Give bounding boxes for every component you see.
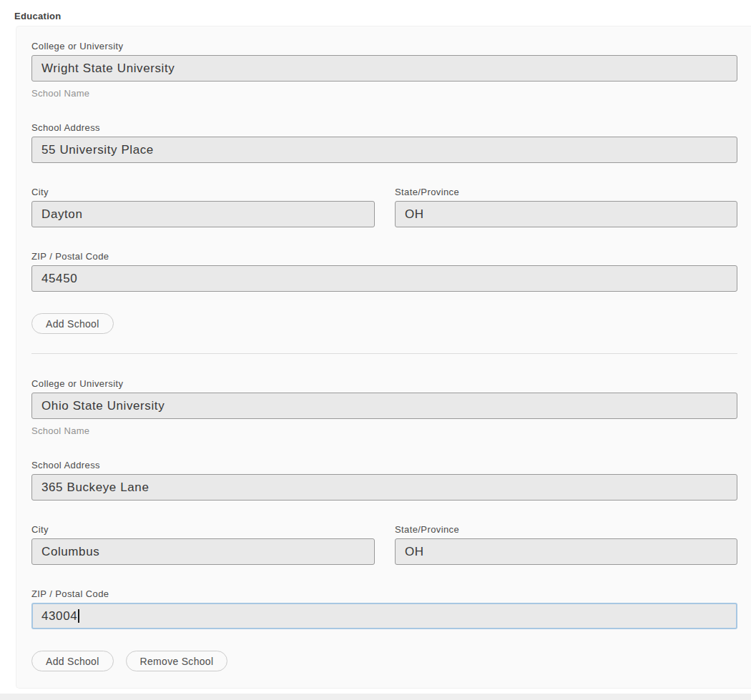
state-label: State/Province	[395, 187, 737, 197]
field-group-school-name: College or University Ohio State Univers…	[31, 378, 737, 436]
field-group-state: State/Province OH	[395, 187, 737, 227]
state-value: OH	[405, 207, 424, 222]
school-entry: College or University Wright State Unive…	[31, 41, 737, 334]
add-school-button[interactable]: Add School	[31, 651, 114, 671]
city-input[interactable]: Dayton	[31, 201, 375, 227]
school-name-label: College or University	[31, 41, 737, 51]
zip-input-focused[interactable]: 43004	[31, 603, 737, 629]
field-row-city-state: City Dayton State/Province OH	[31, 187, 737, 227]
school-address-input[interactable]: 365 Buckeye Lane	[31, 474, 737, 501]
school-name-value: Wright State University	[41, 61, 175, 76]
school-address-label: School Address	[31, 122, 737, 133]
zip-label: ZIP / Postal Code	[31, 251, 737, 262]
city-label: City	[31, 187, 375, 197]
text-cursor	[78, 609, 79, 623]
state-value: OH	[405, 545, 424, 559]
field-group-school-name: College or University Wright State Unive…	[31, 41, 737, 99]
button-row: Add School Remove School	[31, 651, 737, 671]
field-group-school-address: School Address 55 University Place	[31, 122, 737, 163]
section-title: Education	[14, 11, 751, 21]
button-row: Add School	[31, 313, 737, 334]
zip-value: 43004	[41, 609, 77, 623]
add-school-button[interactable]: Add School	[31, 313, 114, 334]
state-label: State/Province	[395, 524, 737, 535]
city-value: Dayton	[41, 207, 82, 222]
school-entry: College or University Ohio State Univers…	[31, 378, 737, 671]
field-group-state: State/Province OH	[395, 524, 737, 565]
field-group-city: City Columbus	[31, 524, 375, 565]
state-input[interactable]: OH	[395, 538, 737, 565]
field-group-zip: ZIP / Postal Code 43004	[31, 588, 737, 629]
school-address-value: 55 University Place	[41, 143, 154, 157]
school-name-value: Ohio State University	[41, 399, 165, 413]
city-value: Columbus	[41, 545, 99, 559]
page-bottom-band	[0, 694, 751, 700]
remove-school-button[interactable]: Remove School	[126, 651, 228, 671]
field-row-city-state: City Columbus State/Province OH	[31, 524, 737, 565]
field-group-zip: ZIP / Postal Code 45450	[31, 251, 737, 292]
school-name-label: College or University	[31, 378, 737, 389]
school-name-input[interactable]: Ohio State University	[31, 393, 737, 419]
school-name-helper: School Name	[31, 425, 737, 436]
school-address-value: 365 Buckeye Lane	[41, 480, 149, 495]
zip-input[interactable]: 45450	[31, 265, 737, 292]
education-card: College or University Wright State Unive…	[16, 26, 751, 689]
city-label: City	[31, 524, 375, 535]
city-input[interactable]: Columbus	[31, 538, 375, 565]
state-input[interactable]: OH	[395, 201, 737, 227]
school-address-input[interactable]: 55 University Place	[31, 137, 737, 163]
school-divider	[31, 353, 737, 354]
school-name-input[interactable]: Wright State University	[31, 55, 737, 82]
field-group-city: City Dayton	[31, 187, 375, 227]
field-group-school-address: School Address 365 Buckeye Lane	[31, 460, 737, 501]
zip-value: 45450	[41, 272, 77, 286]
school-address-label: School Address	[31, 460, 737, 470]
zip-label: ZIP / Postal Code	[31, 588, 737, 599]
school-name-helper: School Name	[31, 88, 737, 99]
